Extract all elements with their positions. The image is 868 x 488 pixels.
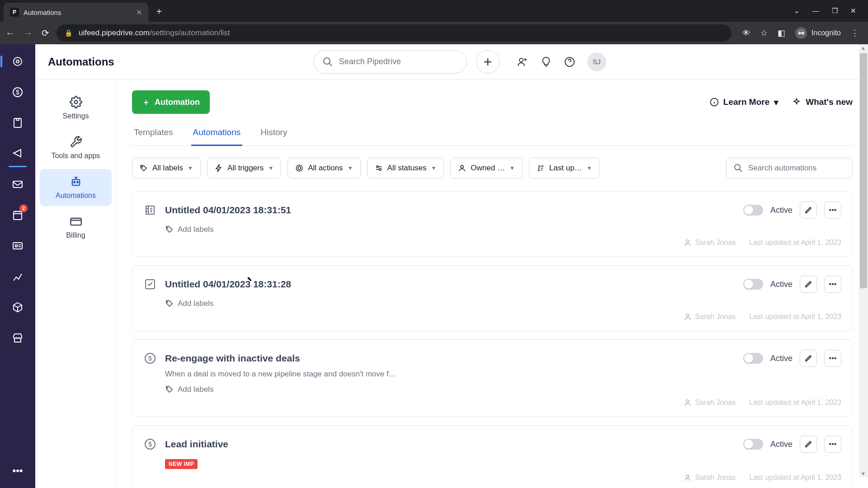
tag-icon	[165, 300, 173, 308]
filter-statuses[interactable]: All statuses▼	[367, 158, 444, 178]
more-button[interactable]: •••	[824, 202, 841, 219]
automation-card[interactable]: $ Re-engage with inactive deals Active •…	[132, 339, 853, 417]
tabs-dropdown-icon[interactable]: ⌄	[794, 7, 800, 15]
active-toggle[interactable]	[743, 205, 763, 216]
automation-title: Untitled 04/01/2023 18:31:51	[165, 205, 291, 216]
user-icon	[684, 474, 691, 481]
automation-card[interactable]: Untitled 04/01/2023 18:31:28 Active ••• …	[132, 265, 853, 331]
add-button[interactable]	[476, 50, 500, 74]
edit-button[interactable]	[800, 276, 817, 293]
rail-products-icon[interactable]	[9, 298, 27, 316]
new-tab-button[interactable]: ＋	[155, 5, 164, 17]
active-toggle[interactable]	[743, 353, 763, 364]
user-icon	[684, 313, 691, 320]
avatar[interactable]: SJ	[587, 52, 606, 71]
automation-card[interactable]: $ Lead initiative Active ••• NEW IMP Sar…	[132, 425, 853, 488]
rail-deals-icon[interactable]: $	[9, 83, 27, 101]
card-meta: Sarah Jonas Last updated at April 1, 202…	[143, 474, 841, 482]
more-button[interactable]: •••	[824, 436, 841, 453]
svg-point-12	[74, 101, 77, 104]
minimize-icon[interactable]: —	[812, 7, 819, 15]
more-button[interactable]: •••	[824, 276, 841, 293]
plus-icon	[483, 57, 493, 67]
reload-icon[interactable]: ⟳	[42, 28, 49, 38]
sidebar-item-automations[interactable]: Automations	[40, 169, 112, 206]
help-icon[interactable]	[564, 56, 576, 68]
filter-owned[interactable]: Owned …▼	[450, 158, 522, 178]
rail-contacts-icon[interactable]	[9, 237, 27, 255]
active-toggle[interactable]	[743, 439, 763, 450]
create-automation-button[interactable]: ＋ Automation	[132, 90, 210, 114]
rail-marketplace-icon[interactable]	[9, 329, 27, 347]
sidebar-item-label: Billing	[66, 231, 85, 239]
rail-insights-icon[interactable]	[9, 267, 27, 286]
add-labels-button[interactable]: Add labels	[165, 299, 213, 308]
scrollbar-thumb[interactable]	[860, 53, 867, 288]
rail-campaigns-icon[interactable]	[9, 145, 27, 163]
rail-projects-icon[interactable]	[9, 114, 27, 132]
search-icon	[323, 57, 333, 67]
rail-leads-icon[interactable]	[9, 52, 27, 70]
automation-card[interactable]: Untitled 04/01/2023 18:31:51 Active ••• …	[132, 191, 853, 257]
incognito-badge[interactable]: 🕶 Incognito	[795, 27, 841, 39]
rail-activities-icon[interactable]: 2	[9, 206, 27, 224]
ellipsis-icon: •••	[829, 280, 837, 288]
back-icon[interactable]: ←	[5, 28, 14, 38]
automation-description: When a deal is moved to a new pipeline s…	[165, 370, 841, 379]
svg-point-10	[519, 58, 523, 62]
whats-new-button[interactable]: What's new	[792, 97, 853, 107]
card-meta: Sarah Jonas Last updated at April 1, 202…	[143, 239, 841, 247]
add-labels-button[interactable]: Add labels	[165, 225, 213, 234]
owner-label: Sarah Jonas	[684, 474, 736, 482]
filter-sort[interactable]: Last up…▼	[529, 158, 600, 178]
active-toggle[interactable]	[743, 279, 763, 290]
user-icon	[684, 239, 691, 246]
rail-mail-icon[interactable]	[9, 175, 27, 193]
pencil-icon	[804, 206, 812, 214]
updated-label: Last updated at April 1, 2023	[749, 313, 841, 321]
url-input[interactable]: 🔒 uifeed.pipedrive.com/settings/automati…	[57, 24, 731, 42]
automation-title: Re-engage with inactive deals	[165, 353, 300, 364]
learn-more-button[interactable]: Learn More ▾	[710, 97, 778, 108]
info-icon	[710, 98, 719, 107]
tools-icon	[70, 136, 82, 148]
invite-icon[interactable]	[517, 56, 528, 68]
close-window-icon[interactable]: ✕	[850, 7, 856, 15]
search-input[interactable]: Search Pipedrive	[313, 50, 467, 74]
tag-icon	[165, 225, 173, 234]
extensions-icon[interactable]: ◧	[778, 28, 785, 38]
owner-label: Sarah Jonas	[684, 239, 736, 247]
kebab-icon[interactable]: ⋮	[851, 28, 859, 38]
sidebar-item-tools[interactable]: Tools and apps	[40, 129, 112, 166]
add-labels-button[interactable]: Add labels	[165, 385, 213, 394]
filter-actions[interactable]: All actions▼	[288, 158, 360, 178]
deal-icon: $	[143, 352, 157, 365]
search-automations-input[interactable]: Search automations	[726, 158, 853, 178]
sidebar-item-settings[interactable]: Settings	[40, 89, 112, 127]
edit-button[interactable]	[800, 350, 817, 367]
sidebar-item-label: Automations	[56, 192, 96, 200]
tab-templates[interactable]: Templates	[132, 127, 175, 146]
pencil-icon	[804, 354, 812, 362]
maximize-icon[interactable]: ❐	[832, 7, 838, 15]
bookmark-icon[interactable]: ☆	[760, 28, 768, 38]
lightbulb-icon[interactable]	[540, 56, 552, 68]
eye-off-icon[interactable]: 👁	[742, 28, 750, 38]
tab-automations[interactable]: Automations	[191, 127, 243, 146]
bolt-icon	[215, 164, 223, 172]
tabs: Templates Automations History	[132, 127, 853, 146]
filter-labels[interactable]: All labels▼	[132, 158, 201, 178]
edit-button[interactable]	[800, 436, 817, 453]
sidebar-item-billing[interactable]: Billing	[40, 209, 112, 246]
plus-icon: ＋	[142, 97, 150, 108]
target-icon	[295, 164, 303, 172]
edit-button[interactable]	[800, 202, 817, 219]
browser-tab[interactable]: P Automations ✕	[4, 3, 148, 22]
tab-history[interactable]: History	[259, 127, 289, 146]
more-button[interactable]: •••	[824, 350, 841, 367]
scrollbar[interactable]	[859, 44, 868, 477]
close-icon[interactable]: ✕	[136, 8, 142, 17]
chevron-down-icon: ▼	[509, 165, 515, 171]
rail-more-icon[interactable]: •••	[9, 462, 27, 480]
filter-triggers[interactable]: All triggers▼	[207, 158, 281, 178]
